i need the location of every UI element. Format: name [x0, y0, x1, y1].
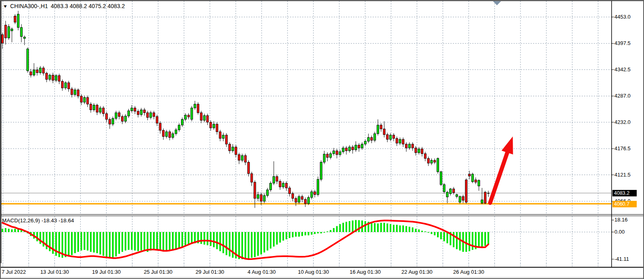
candle-body	[465, 180, 467, 202]
candle-body	[437, 158, 439, 172]
candle-body	[134, 108, 136, 111]
candle-body	[339, 152, 341, 155]
macd-histogram-bar	[5, 228, 6, 232]
candle-body	[27, 49, 29, 71]
macd-histogram-bar	[396, 225, 398, 232]
macd-histogram-bar	[39, 232, 41, 244]
macd-histogram-bar	[112, 232, 114, 258]
candle-body	[55, 76, 57, 81]
candle-body	[203, 115, 205, 120]
macd-histogram-bar	[238, 232, 240, 259]
candle-body	[345, 148, 348, 151]
candle-body	[115, 113, 117, 118]
candle-body	[228, 144, 230, 151]
macd-histogram-bar	[2, 229, 3, 232]
candle-body	[137, 111, 139, 115]
candle-body	[427, 158, 429, 163]
candle-body	[295, 198, 297, 202]
candle-body	[273, 177, 275, 183]
macd-histogram-bar	[305, 232, 306, 235]
macd-histogram-bar	[311, 232, 312, 235]
scroll-to-end-marker[interactable]	[493, 1, 501, 5]
candle-body	[162, 130, 164, 136]
candle-body	[80, 96, 82, 102]
time-axis-label: 13 Jul 01:30	[40, 269, 69, 275]
candle-body	[260, 195, 262, 201]
macd-scale-label: -41.11	[614, 256, 629, 262]
macd-histogram-bar	[402, 226, 404, 232]
candle-body	[286, 183, 288, 188]
price-axis-label: 4342.5	[614, 66, 631, 72]
candle-body	[326, 154, 328, 158]
candle-body	[386, 134, 388, 139]
macd-histogram-bar	[409, 227, 410, 232]
macd-histogram-bar	[90, 232, 92, 252]
macd-histogram-bar	[324, 232, 325, 233]
macd-histogram-bar	[478, 232, 480, 248]
candle-body	[459, 196, 461, 202]
candle-body	[175, 130, 177, 134]
macd-scale-label: 18.16	[614, 217, 628, 223]
candle-body	[226, 135, 228, 144]
candlestick-chart-canvas[interactable]	[0, 0, 644, 279]
candle-body	[352, 147, 354, 150]
macd-histogram-bar	[131, 232, 132, 250]
candle-body	[374, 134, 376, 140]
candle-body	[17, 14, 19, 28]
macd-histogram-bar	[220, 232, 221, 251]
candle-body	[222, 135, 224, 138]
macd-histogram-bar	[216, 232, 218, 249]
candle-body	[307, 198, 309, 204]
symbol-dropdown-icon[interactable]: ▼	[3, 4, 8, 9]
macd-histogram-bar	[314, 232, 316, 234]
candle-body	[456, 195, 458, 197]
candle-body	[156, 117, 158, 123]
candle-body	[434, 160, 436, 162]
current-price-badge: 4083.2	[612, 190, 637, 196]
candle-body	[109, 119, 111, 124]
candle-body	[140, 110, 142, 115]
price-axis-label: 4397.5	[614, 40, 631, 46]
candle-body	[317, 179, 319, 195]
macd-histogram-bar	[36, 232, 38, 241]
candle-body	[102, 108, 104, 114]
macd-histogram-bar	[264, 232, 265, 253]
candle-body	[383, 129, 385, 134]
macd-histogram-bar	[446, 232, 448, 243]
macd-histogram-bar	[74, 232, 76, 253]
price-axis-label: 4232.0	[614, 119, 631, 125]
price-axis-label: 4121.5	[614, 172, 631, 178]
candle-body	[399, 139, 401, 143]
candle-body	[478, 180, 480, 186]
macd-histogram-bar	[14, 229, 16, 232]
macd-histogram-bar	[93, 232, 95, 253]
macd-histogram-bar	[169, 232, 171, 251]
macd-histogram-bar	[160, 232, 161, 251]
trend-arrow-head[interactable]	[501, 136, 513, 155]
orange-level-badge: 4060.7	[612, 201, 637, 207]
candle-body	[282, 183, 284, 187]
macd-histogram-bar	[374, 223, 375, 232]
macd-histogram-bar	[226, 232, 227, 255]
macd-histogram-bar	[222, 232, 224, 253]
candle-body	[402, 139, 404, 144]
macd-histogram-bar	[81, 232, 82, 251]
candle-body	[14, 16, 16, 22]
macd-histogram-bar	[444, 232, 445, 241]
candle-body	[270, 183, 272, 190]
macd-histogram-bar	[241, 232, 243, 259]
candle-body	[431, 160, 433, 163]
macd-histogram-bar	[232, 232, 234, 258]
candle-body	[122, 117, 124, 121]
candle-body	[358, 145, 360, 148]
time-axis-label: 22 Aug 01:30	[401, 269, 433, 275]
trend-arrow-shaft[interactable]	[490, 150, 508, 203]
candle-body	[443, 185, 445, 192]
macd-histogram-bar	[118, 232, 120, 254]
candle-body	[301, 196, 303, 199]
candle-body	[166, 132, 168, 136]
macd-histogram-bar	[276, 232, 278, 245]
candle-body	[178, 125, 180, 130]
time-axis-label: 26 Aug 01:30	[453, 269, 484, 275]
macd-histogram-bar	[96, 232, 98, 253]
